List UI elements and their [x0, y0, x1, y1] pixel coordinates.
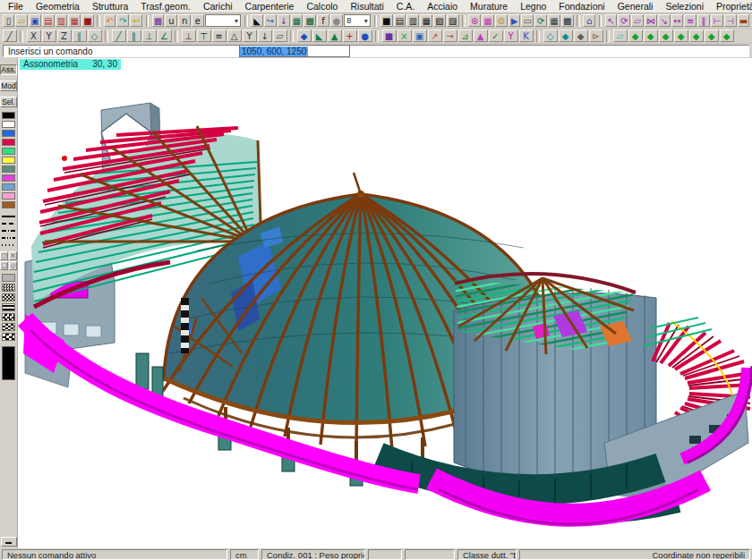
restore-button[interactable]: ↩ [130, 14, 142, 27]
mesh-fill-button[interactable]: ▩ [303, 14, 316, 27]
hatch-swatch-2[interactable] [2, 293, 15, 301]
hatch-swatch-4[interactable] [2, 313, 15, 321]
menu-murature[interactable]: Murature [464, 1, 514, 12]
color-swatch-2[interactable] [2, 130, 15, 137]
shading-button[interactable]: ◣ [251, 14, 263, 27]
stretch-entity-button[interactable]: ↔ [671, 14, 684, 27]
check-shells-button[interactable]: ▲ [474, 30, 488, 42]
marker-diamond-button[interactable]: ◇ [9, 261, 17, 270]
zoom-extents-button[interactable]: ⊛ [468, 14, 481, 27]
wye-connect-button[interactable]: Y [504, 30, 518, 42]
menu-carichi[interactable]: Carichi [197, 1, 239, 12]
grid-display-button[interactable]: ▩ [561, 14, 574, 27]
move-node-e-button[interactable]: → [443, 30, 457, 42]
view-top-button[interactable]: ◆ [659, 30, 673, 42]
previous-view-button[interactable]: ▭ [521, 14, 534, 27]
copy-entity-button[interactable]: ▱ [631, 14, 644, 27]
building-manager-button[interactable]: ⌂ [583, 14, 595, 27]
measure-button[interactable]: ▬ [738, 14, 750, 27]
grid-snap-button[interactable]: ▦ [548, 14, 560, 27]
plot-button[interactable]: ▦ [68, 14, 81, 27]
line-style-solid[interactable] [2, 213, 15, 219]
menu-file[interactable]: File [2, 1, 30, 12]
walk-mode-button[interactable]: ↪ [264, 14, 277, 27]
menu-risultati[interactable]: Risultati [344, 1, 389, 12]
mesh-view-button[interactable]: ▦ [291, 14, 303, 27]
undo-button[interactable]: ↶ [104, 14, 116, 27]
verify-button[interactable]: ✓ [489, 30, 503, 42]
check-beams-button[interactable]: ⊿ [458, 30, 473, 42]
snap-nearest-button[interactable]: ╱ [112, 30, 126, 42]
color-swatch-7[interactable] [2, 174, 15, 182]
menu-acciaio[interactable]: Acciaio [421, 1, 464, 12]
wireframe-view-button[interactable]: ◇ [543, 30, 558, 42]
window-quad-button[interactable]: ▦ [420, 14, 432, 27]
snap-plane-button[interactable]: ▱ [273, 30, 287, 42]
print-preview-button[interactable]: ▥ [56, 14, 68, 27]
show-n-button[interactable]: n [178, 14, 191, 27]
menu-selezioni[interactable]: Selezioni [659, 1, 710, 12]
view-mode-mod[interactable]: Mod [0, 81, 17, 91]
window-split-h-button[interactable]: ▤ [394, 14, 406, 27]
window-single-button[interactable]: ■ [380, 14, 393, 27]
snap-midpoint-button[interactable]: △ [227, 30, 242, 42]
line-style-dotted[interactable] [2, 242, 15, 248]
render-sphere-button[interactable]: ● [330, 14, 343, 27]
entity-colors-button[interactable]: ▩ [152, 14, 165, 27]
command-input[interactable]: 1050, 600, 1250 [239, 45, 350, 57]
add-beam-button[interactable]: ◣ [312, 30, 327, 42]
model-3d-view[interactable] [18, 58, 752, 548]
lock-z-button[interactable]: Z [57, 30, 72, 42]
lock-y-button[interactable]: Y [42, 30, 56, 42]
current-color-swatch[interactable] [2, 346, 15, 380]
snap-base-button[interactable]: ⊥ [182, 30, 196, 42]
save-button[interactable]: ▣ [29, 14, 41, 27]
screen-capture-button[interactable]: ■ [81, 14, 94, 27]
view-iso-2-button[interactable]: ◆ [644, 30, 658, 42]
menu-generali[interactable]: Generali [611, 1, 660, 12]
model-canvas[interactable]: Assonometria 30, 30 [18, 58, 752, 548]
pan-button[interactable]: ▶ [508, 14, 521, 27]
view-right-button[interactable]: ◆ [705, 30, 719, 42]
view-left-button[interactable]: ◆ [689, 30, 704, 42]
menu-struttura[interactable]: Struttura [86, 1, 134, 12]
color-swatch-4[interactable] [2, 148, 15, 155]
parallel-mode-button[interactable]: ∥ [73, 30, 87, 42]
offset-entity-button[interactable]: ∥ [697, 14, 710, 27]
lock-x-button[interactable]: X [27, 30, 41, 42]
view-mode-sel[interactable]: Sel. [0, 97, 17, 107]
color-swatch-8[interactable] [2, 183, 15, 191]
array-entity-button[interactable]: ≡ [684, 14, 696, 27]
color-swatch-1[interactable] [2, 121, 15, 128]
extend-entity-button[interactable]: ⊢ [711, 14, 723, 27]
view-mode-ass[interactable]: Ass. [0, 64, 17, 75]
solid-edges-view-button[interactable]: ◆ [574, 30, 588, 42]
view-front-button[interactable]: ◆ [674, 30, 688, 42]
polygon-mode-button[interactable]: ◇ [88, 30, 102, 42]
menu-fondazioni[interactable]: Fondazioni [552, 1, 611, 12]
color-swatch-3[interactable] [2, 139, 15, 146]
pen-size-combo[interactable]: 8▾ [344, 14, 371, 27]
hatch-swatch-0[interactable] [2, 274, 15, 282]
color-swatch-10[interactable] [2, 201, 15, 208]
hatch-swatch-3[interactable] [2, 303, 15, 311]
view-iso-1-button[interactable]: ◆ [628, 30, 643, 42]
window-cascade-button[interactable]: ▨ [447, 14, 459, 27]
menu-geometria[interactable]: Geometria [30, 1, 86, 12]
mirror-entity-button[interactable]: ⋈ [645, 14, 657, 27]
redo-button[interactable]: ↷ [116, 14, 129, 27]
show-e-button[interactable]: e [192, 14, 204, 27]
extrude-solid-button[interactable]: ■ [382, 30, 397, 42]
new-file-button[interactable]: ▯ [3, 14, 15, 27]
menu-legno[interactable]: Legno [514, 1, 552, 12]
hatch-swatch-5[interactable] [2, 323, 15, 331]
section-plane-button[interactable]: ▱ [613, 30, 628, 42]
window-three-button[interactable]: ▧ [433, 14, 446, 27]
view-back-button[interactable]: ◆ [720, 30, 734, 42]
snap-parallel-button[interactable]: ∥ [127, 30, 141, 42]
print-report-button[interactable]: ▤ [42, 14, 55, 27]
font-size-button[interactable]: f [317, 14, 329, 27]
menu-calcolo[interactable]: Calcolo [300, 1, 344, 12]
add-node-button[interactable]: ◆ [297, 30, 312, 42]
line-style-dashdotdot[interactable] [2, 234, 15, 241]
